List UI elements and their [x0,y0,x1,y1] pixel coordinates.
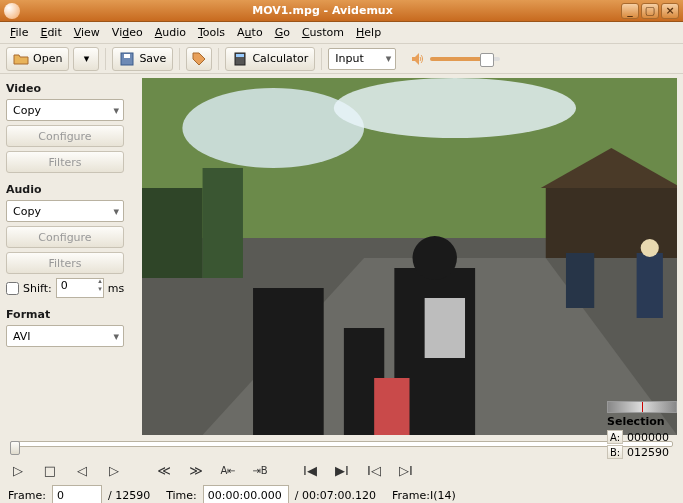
save-button[interactable]: Save [112,47,173,71]
selection-heading: Selection [607,415,677,428]
window-titlebar: MOV1.mpg - Avidemux _ ▢ × [0,0,683,22]
format-value: AVI [13,330,31,343]
prev-frame-button[interactable]: ◁ [72,461,92,479]
frame-type: Frame:I(14) [392,489,456,502]
menu-tools[interactable]: Tools [192,24,231,41]
tag-icon [191,51,207,67]
selection-a-row: A: 000000 [607,430,677,444]
menu-audio[interactable]: Audio [149,24,192,41]
menu-custom[interactable]: Custom [296,24,350,41]
app-icon [4,3,20,19]
goto-end-button[interactable]: ▶I [332,461,352,479]
close-button[interactable]: × [661,3,679,19]
shift-unit: ms [108,282,124,295]
menu-help[interactable]: Help [350,24,387,41]
window-controls: _ ▢ × [621,3,679,19]
volume-slider[interactable] [430,57,500,61]
prev-keyframe-button[interactable]: I◁ [364,461,384,479]
menu-edit[interactable]: Edit [34,24,67,41]
audio-configure-button[interactable]: Configure [6,226,124,248]
format-combo[interactable]: AVI [6,325,124,347]
forward-button[interactable]: ≫ [186,461,206,479]
audio-codec-combo[interactable]: Copy [6,200,124,222]
seek-thumb[interactable] [10,441,20,455]
svg-rect-18 [425,298,465,358]
video-preview [142,78,677,435]
selection-panel: Selection A: 000000 B: 012590 [607,401,677,459]
selection-a-value: 000000 [627,431,669,444]
svg-rect-1 [124,54,130,58]
selection-a-label[interactable]: A: [607,430,623,444]
svg-point-6 [182,88,364,168]
svg-point-7 [334,78,576,138]
separator [218,48,219,70]
play-button[interactable]: ▷ [8,461,28,479]
menubar: File Edit View Video Audio Tools Auto Go… [0,22,683,44]
calculator-label: Calculator [252,52,308,65]
open-dropdown-button[interactable]: ▾ [73,47,99,71]
time-total: / 00:07:00.120 [295,489,376,502]
next-keyframe-button[interactable]: ▷I [396,461,416,479]
main-area: Video Copy Configure Filters Audio Copy … [0,74,683,435]
calculator-icon [232,51,248,67]
svg-rect-3 [236,54,244,57]
video-codec-combo[interactable]: Copy [6,99,124,121]
selection-gauge [607,401,677,413]
calculator-button[interactable]: Calculator [225,47,315,71]
frame-field[interactable]: 0 [52,485,102,503]
audio-codec-value: Copy [13,205,41,218]
selection-b-value: 012590 [627,446,669,459]
video-filters-button[interactable]: Filters [6,151,124,173]
save-label: Save [139,52,166,65]
frame-total: / 12590 [108,489,150,502]
menu-auto[interactable]: Auto [231,24,269,41]
minimize-button[interactable]: _ [621,3,639,19]
rewind-button[interactable]: ≪ [154,461,174,479]
seek-bar[interactable] [10,441,673,455]
svg-point-15 [413,236,457,280]
window-title: MOV1.mpg - Avidemux [24,4,621,17]
time-label: Time: [166,489,197,502]
frame-label: Frame: [8,489,46,502]
preview-frame [142,78,677,435]
status-row: Frame: 0 / 12590 Time: 00:00:00.000 / 00… [0,483,683,503]
video-configure-button[interactable]: Configure [6,125,124,147]
menu-go[interactable]: Go [269,24,296,41]
seek-track [10,441,673,447]
stop-button[interactable]: □ [40,461,60,479]
svg-rect-13 [253,288,324,435]
info-button[interactable] [186,47,212,71]
mark-a-button[interactable]: A⇤ [218,461,238,479]
audio-heading: Audio [6,183,136,196]
audio-filters-button[interactable]: Filters [6,252,124,274]
shift-label: Shift: [23,282,52,295]
open-label: Open [33,52,62,65]
input-combo-label: Input [335,52,363,65]
svg-rect-11 [203,168,243,278]
input-combo[interactable]: Input [328,48,396,70]
menu-view[interactable]: View [68,24,106,41]
folder-open-icon [13,51,29,67]
speaker-icon [410,51,426,67]
video-codec-value: Copy [13,104,41,117]
mark-b-button[interactable]: ⇥B [250,461,270,479]
audio-shift-row: Shift: 0 ms [6,278,136,298]
svg-rect-10 [142,188,203,278]
svg-rect-21 [566,253,594,308]
goto-start-button[interactable]: I◀ [300,461,320,479]
open-button[interactable]: Open [6,47,69,71]
shift-spin[interactable]: 0 [56,278,104,298]
separator [321,48,322,70]
format-heading: Format [6,308,136,321]
menu-video[interactable]: Video [106,24,149,41]
separator [179,48,180,70]
svg-rect-19 [637,253,663,318]
time-field[interactable]: 00:00:00.000 [203,485,289,503]
shift-checkbox[interactable] [6,282,19,295]
separator [105,48,106,70]
selection-b-row: B: 012590 [607,445,677,459]
maximize-button[interactable]: ▢ [641,3,659,19]
next-frame-button[interactable]: ▷ [104,461,124,479]
menu-file[interactable]: File [4,24,34,41]
selection-b-label[interactable]: B: [607,445,623,459]
